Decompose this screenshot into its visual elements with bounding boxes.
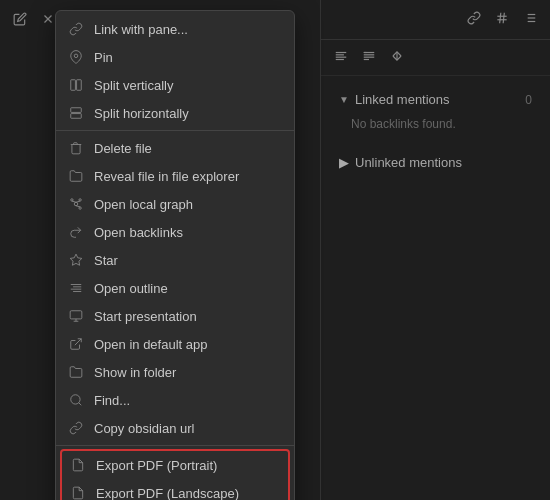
sort-icon[interactable]: [387, 46, 407, 69]
external-icon: [68, 336, 84, 352]
menu-item-open-outline[interactable]: Open outline: [56, 274, 294, 302]
menu-item-open-default-app-label: Open in default app: [94, 337, 207, 352]
menu-item-pin-label: Pin: [94, 50, 113, 65]
svg-point-25: [74, 54, 78, 58]
divider-2: [56, 445, 294, 446]
text-align-icon[interactable]: [359, 46, 379, 69]
menu-item-find-label: Find...: [94, 393, 130, 408]
linked-mentions-section: ▼ Linked mentions 0 No backlinks found.: [321, 76, 550, 149]
linked-mentions-header[interactable]: ▼ Linked mentions 0: [331, 86, 540, 113]
right-panel: ▼ Linked mentions 0 No backlinks found. …: [320, 0, 550, 500]
menu-item-copy-obsidian-url[interactable]: Copy obsidian url: [56, 414, 294, 442]
menu-item-open-default-app[interactable]: Open in default app: [56, 330, 294, 358]
right-panel-header: [321, 0, 550, 40]
align-left-icon[interactable]: [331, 46, 351, 69]
menu-item-reveal-file-label: Reveal file in file explorer: [94, 169, 239, 184]
svg-line-45: [75, 339, 81, 345]
no-backlinks-text: No backlinks found.: [351, 117, 456, 131]
menu-item-open-local-graph[interactable]: Open local graph: [56, 190, 294, 218]
unlinked-mentions-header[interactable]: ▶ Unlinked mentions: [331, 149, 540, 176]
menu-item-open-outline-label: Open outline: [94, 281, 168, 296]
menu-item-start-presentation[interactable]: Start presentation: [56, 302, 294, 330]
menu-item-reveal-file[interactable]: Reveal file in file explorer: [56, 162, 294, 190]
menu-item-open-backlinks[interactable]: Open backlinks: [56, 218, 294, 246]
menu-item-find[interactable]: Find...: [56, 386, 294, 414]
menu-item-export-pdf-portrait[interactable]: Export PDF (Portrait): [62, 451, 288, 479]
unlinked-mentions-section: ▶ Unlinked mentions: [321, 149, 550, 176]
menu-item-export-pdf-landscape-label: Export PDF (Landscape): [96, 486, 239, 501]
menu-item-delete-file-label: Delete file: [94, 141, 152, 156]
linked-mentions-label: Linked mentions: [355, 92, 450, 107]
menu-item-link-with-pane[interactable]: Link with pane...: [56, 15, 294, 43]
search-icon: [68, 392, 84, 408]
divider-1: [56, 130, 294, 131]
svg-rect-29: [71, 114, 82, 119]
menu-item-split-vertically[interactable]: Split vertically: [56, 71, 294, 99]
file-landscape-icon: [70, 485, 86, 500]
svg-point-33: [79, 207, 81, 209]
svg-line-8: [500, 13, 501, 24]
folder-icon: [68, 364, 84, 380]
linked-mentions-count: 0: [525, 93, 532, 107]
export-pdf-group: Export PDF (Portrait) Export PDF (Landsc…: [60, 449, 290, 500]
menu-item-open-backlinks-label: Open backlinks: [94, 225, 183, 240]
svg-point-31: [79, 199, 81, 201]
linked-mentions-empty: No backlinks found.: [331, 113, 540, 139]
menu-item-copy-obsidian-url-label: Copy obsidian url: [94, 421, 194, 436]
menu-item-pin[interactable]: Pin: [56, 43, 294, 71]
menu-item-star[interactable]: Star: [56, 246, 294, 274]
split-h-icon: [68, 105, 84, 121]
hash-icon[interactable]: [492, 8, 512, 31]
svg-line-47: [79, 403, 82, 406]
menu-item-link-with-pane-label: Link with pane...: [94, 22, 188, 37]
menu-item-export-pdf-portrait-label: Export PDF (Portrait): [96, 458, 217, 473]
svg-point-32: [71, 199, 73, 201]
pin-icon: [68, 49, 84, 65]
menu-item-split-horizontally-label: Split horizontally: [94, 106, 189, 121]
outline-icon: [68, 280, 84, 296]
unlinked-mentions-label: Unlinked mentions: [355, 155, 462, 170]
link-with-pane-icon: [68, 21, 84, 37]
unlinked-mentions-arrow: ▶: [339, 155, 349, 170]
trash-icon: [68, 140, 84, 156]
svg-point-30: [74, 202, 78, 206]
menu-item-split-horizontally[interactable]: Split horizontally: [56, 99, 294, 127]
svg-line-9: [503, 13, 504, 24]
link-icon[interactable]: [464, 8, 484, 31]
svg-point-46: [71, 395, 80, 404]
svg-rect-42: [70, 311, 82, 319]
svg-line-35: [72, 201, 76, 202]
list-icon[interactable]: [520, 8, 540, 31]
menu-item-open-local-graph-label: Open local graph: [94, 197, 193, 212]
right-panel-subheader: [321, 40, 550, 76]
menu-item-split-vertically-label: Split vertically: [94, 78, 173, 93]
menu-item-show-in-folder[interactable]: Show in folder: [56, 358, 294, 386]
svg-line-34: [76, 201, 80, 202]
edit-icon[interactable]: [10, 9, 30, 32]
svg-line-36: [76, 206, 80, 207]
context-menu: Link with pane... Pin Split vertically S…: [55, 10, 295, 500]
backlink-icon: [68, 224, 84, 240]
presentation-icon: [68, 308, 84, 324]
star-icon: [68, 252, 84, 268]
svg-rect-26: [71, 80, 76, 91]
menu-item-delete-file[interactable]: Delete file: [56, 134, 294, 162]
link2-icon: [68, 420, 84, 436]
menu-item-start-presentation-label: Start presentation: [94, 309, 197, 324]
right-panel-header-icons: [464, 8, 540, 31]
file-portrait-icon: [70, 457, 86, 473]
svg-marker-37: [70, 254, 82, 265]
svg-rect-28: [71, 108, 82, 113]
menu-item-show-in-folder-label: Show in folder: [94, 365, 176, 380]
graph-icon: [68, 196, 84, 212]
linked-mentions-arrow: ▼: [339, 94, 349, 105]
svg-rect-27: [77, 80, 82, 91]
folder-open-icon: [68, 168, 84, 184]
split-v-icon: [68, 77, 84, 93]
menu-item-star-label: Star: [94, 253, 118, 268]
menu-item-export-pdf-landscape[interactable]: Export PDF (Landscape): [62, 479, 288, 500]
